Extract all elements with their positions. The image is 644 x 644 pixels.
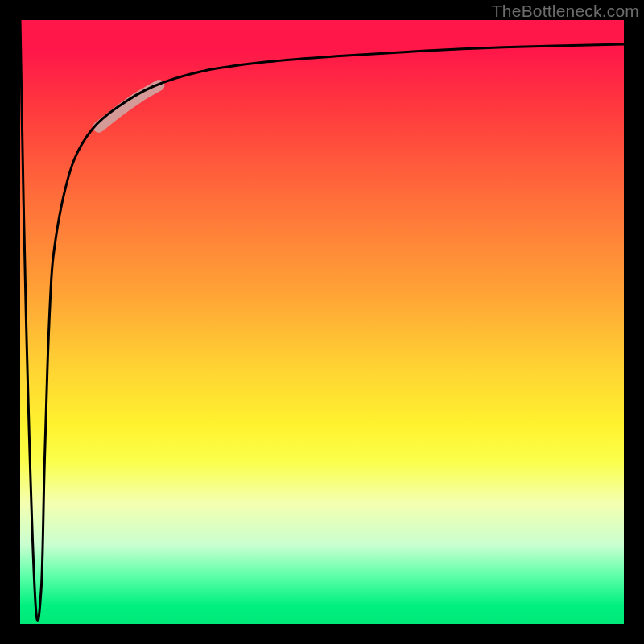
plot-area xyxy=(20,20,624,624)
curve-svg xyxy=(20,20,624,624)
highlight-segment xyxy=(99,85,159,127)
watermark-text: TheBottleneck.com xyxy=(492,2,639,21)
chart-frame: TheBottleneck.com xyxy=(0,0,644,644)
